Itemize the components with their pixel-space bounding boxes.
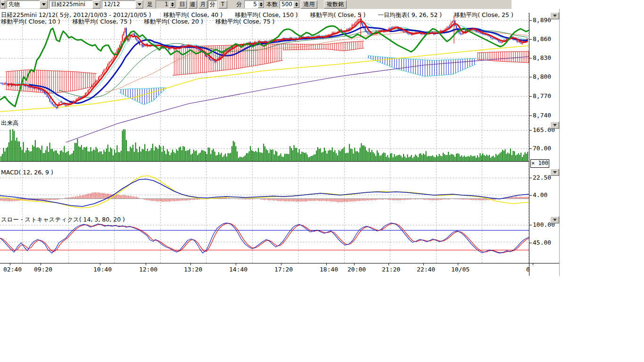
y-axis-label: 4.00 [533,191,547,198]
spinner-arrows[interactable] [258,1,264,8]
time-axis-label: 14:40 [229,266,248,273]
period-button-3[interactable]: 月 [198,0,207,8]
chevron-down-icon [553,124,557,126]
legend-row-2: 移動平均( Close, 10 )移動平均( Close, 75 )移動平均( … [1,18,287,26]
y-axis-label: 8,830 [533,54,551,61]
chevron-down-icon[interactable] [40,0,48,8]
time-axis-label: 18:40 [320,266,338,273]
bar-type-label: 足 [147,0,153,8]
contract-month-combobox[interactable]: 12/12 [102,0,144,8]
volume-multiplier-box: × 100 [530,159,549,168]
bar-count-value: 500 [280,1,293,8]
clipped-combobox[interactable] [0,0,5,8]
time-axis-label: 10/05 [451,266,470,273]
trading-app-window: 先物 日経225mini 12/12 足 1 日週月分T 分 5 本数 500 … [0,0,644,362]
y-axis-label: 8,860 [533,35,551,42]
macd-panel-title: MACD( 12, 26, 9 ) [1,169,53,176]
bar-count-spinner[interactable]: 500 [280,0,300,8]
y-axis-label: 8,770 [533,92,551,99]
spinner-arrows[interactable] [293,1,299,8]
legend-item: 日経225mini 12/12( 5分, 2012/10/03 - 2012/1… [1,11,151,18]
minutes-value: 5 [245,1,258,8]
period-button-2[interactable]: 週 [188,0,197,8]
minutes-label: 分 [236,0,242,8]
multi-symbol-button[interactable]: 複数銘柄 [324,0,347,8]
panel-dropdown-button[interactable] [550,12,559,19]
period-button-5[interactable]: T [218,0,227,8]
legend-item: 一目均衡表( 9, 26, 52 ) [378,11,442,18]
legend-item: 移動平均( Close, 150 ) [235,11,298,18]
symbol-combobox[interactable]: 日経225mini [49,0,101,8]
y-axis-label: 8,800 [533,73,551,80]
chevron-down-icon [553,219,557,221]
time-axis-label: 22:40 [417,266,435,273]
chevron-down-icon[interactable] [0,0,5,8]
legend-item: 移動平均( Close, 75 ) [73,18,132,25]
stoch-panel-title: スロー・ストキャスティクス( 14, 3, 80, 20 ) [1,216,125,224]
time-axis-label: 0 [526,266,530,273]
chart-area: 日経225mini 12/12( 5分, 2012/10/03 - 2012/1… [0,9,561,276]
time-axis-label: 20:00 [347,266,366,273]
legend-item: 移動平均( Close, 10 ) [1,18,60,25]
bar-interval-value: 1 [156,1,169,8]
legend-item: 移動平均( Close, 5 ) [310,11,366,18]
spinner-arrows[interactable] [169,1,175,8]
toolbar: 先物 日経225mini 12/12 足 1 日週月分T 分 5 本数 500 … [0,0,512,9]
time-axis-label: 17:20 [274,266,293,273]
volume-panel-title: 出来高 [1,119,19,127]
panel-dropdown-button[interactable] [550,122,559,129]
apply-button[interactable]: 適用 [301,0,317,8]
y-axis-label: 8,890 [533,16,551,24]
legend-item: 移動平均( Close, 40 ) [164,11,223,18]
panel-dropdown-button[interactable] [550,169,559,176]
panel-dropdown-button[interactable] [550,216,559,223]
period-button-1[interactable]: 日 [178,0,187,8]
chevron-down-icon[interactable] [92,0,100,8]
time-axis-label: 12:00 [139,266,157,273]
y-axis-label: 45.00 [533,239,551,246]
instrument-type-value: 先物 [7,1,40,8]
time-axis-label: 10:40 [93,266,112,273]
period-button-4[interactable]: 分 [208,0,217,8]
legend-item: 移動平均( Close, 25 ) [454,11,513,18]
y-axis-label: 22.50 [533,174,551,181]
time-axis-label: 02:40 [3,266,22,273]
bar-interval-spinner[interactable]: 1 [156,0,176,8]
bar-count-label: 本数 [266,0,278,8]
time-axis-label: 09:20 [34,266,52,273]
legend-item: 移動平均( Close, 20 ) [144,18,203,25]
y-axis-label: 70.00 [533,145,551,152]
chevron-down-icon [553,15,557,17]
instrument-type-combobox[interactable]: 先物 [7,0,48,8]
legend-item: 移動平均( Close, 75 ) [215,18,275,25]
time-axis-label: 21:20 [382,266,400,273]
contract-month-value: 12/12 [102,1,135,8]
y-axis-label: 8,740 [533,112,551,119]
chevron-down-icon [553,171,557,173]
time-axis-label: 13:20 [184,266,202,273]
chevron-down-icon[interactable] [135,0,143,8]
chart-canvas [0,9,561,276]
minutes-spinner[interactable]: 5 [244,0,264,8]
symbol-value: 日経225mini [50,1,92,8]
